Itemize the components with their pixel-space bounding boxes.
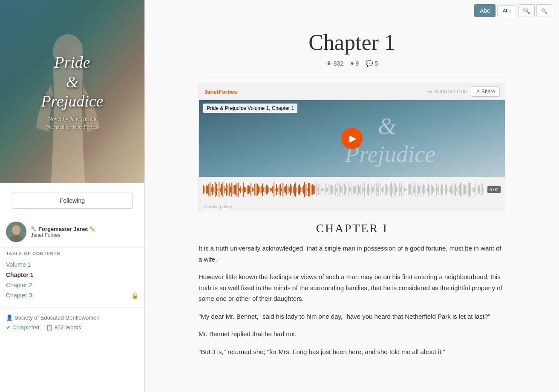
toolbar: Abc Abc 🔍 🔍 <box>145 0 559 21</box>
comments-stat: 💬 5 <box>366 60 378 67</box>
views-stat: 👁 832 <box>326 60 343 67</box>
following-button[interactable]: Following <box>12 193 133 209</box>
heart-icon: ♥ <box>350 60 354 67</box>
author-row: 🔧 Forgemaster Janet ✏️ Janet Forbes <box>0 218 144 247</box>
author-name-line: 🔧 Forgemaster Janet ✏️ <box>31 226 95 232</box>
svg-text:&: & <box>378 113 396 139</box>
author-username[interactable]: Forgemaster Janet <box>38 226 88 232</box>
comment-icon: 💬 <box>366 60 373 67</box>
main-content: Abc Abc 🔍 🔍 Chapter 1 👁 832 ♥ 9 💬 5 <box>145 0 559 392</box>
sc-waveform[interactable]: 6:02 <box>199 177 505 202</box>
eye-icon: 👁 <box>326 60 332 67</box>
search-plus-icon: 🔍 <box>523 7 530 14</box>
paragraph-1: It is a truth universally acknowledged, … <box>199 243 505 265</box>
section-heading: CHAPTER I <box>199 222 505 235</box>
search-minus-icon: 🔍 <box>541 8 547 14</box>
likes-stat: ♥ 9 <box>350 60 359 67</box>
zoom-out-button[interactable]: 🔍 <box>536 4 552 17</box>
sc-logo: ▪▪▪ SOUNDCLOUD <box>428 89 467 94</box>
chapter-stats: 👁 832 ♥ 9 💬 5 <box>199 60 505 74</box>
share-label: Share <box>481 89 495 95</box>
word-count: 📋 852 Words <box>46 324 81 331</box>
author-real-name: Janet Forbes <box>31 232 95 238</box>
toc-item-chapter1[interactable]: Chapter 1 <box>6 270 138 280</box>
font-size-large-button[interactable]: Abc <box>474 4 496 17</box>
lock-icon: 🔒 <box>131 292 138 299</box>
sc-header: JanetForbes ▪▪▪ SOUNDCLOUD ↗ Share <box>199 83 505 100</box>
waveform-bars <box>203 181 487 198</box>
group-name: Society of Educated Gentlewomen <box>14 314 99 321</box>
check-icon: ✔ <box>6 324 11 331</box>
toc-link-chapter1[interactable]: Chapter 1 <box>6 271 34 278</box>
font-size-small-button[interactable]: Abc <box>497 5 516 16</box>
toc-link-chapter3[interactable]: Chapter 3 <box>6 292 32 299</box>
meta-line: ✔ Completed 📋 852 Words <box>6 324 138 331</box>
book-title: Pride&Prejudice <box>41 53 103 111</box>
chapter-content: Chapter 1 👁 832 ♥ 9 💬 5 JanetForbes <box>186 21 518 381</box>
sc-share-button[interactable]: ↗ Share <box>471 86 500 97</box>
group-line: 👤 Society of Educated Gentlewomen <box>6 314 138 321</box>
book-author-line: Novel by Jane Austen <box>41 115 103 122</box>
sc-play-button[interactable]: ▶ <box>341 128 363 149</box>
group-icon: 👤 <box>6 314 13 321</box>
paragraph-2: However little known the feelings or vie… <box>199 271 505 304</box>
sidebar: Pride&Prejudice Novel by Jane Austen Nar… <box>0 0 145 392</box>
avatar <box>6 222 26 242</box>
toc-link-volume1[interactable]: Volume 1 <box>6 261 31 268</box>
toc-section: TABLE OF CONTENTS Volume 1 Chapter 1 Cha… <box>0 247 144 304</box>
soundcloud-embed: JanetForbes ▪▪▪ SOUNDCLOUD ↗ Share <box>199 83 505 211</box>
paragraph-5: "But it is," returned she; "for Mrs. Lon… <box>199 346 505 357</box>
share-icon: ↗ <box>475 89 480 95</box>
views-count: 832 <box>334 60 343 67</box>
zoom-in-button[interactable]: 🔍 <box>518 4 535 17</box>
book-narrator-line: Narrated by Janet Forbes <box>41 124 103 130</box>
svg-point-3 <box>12 225 20 235</box>
sc-image: & Prejudice ▶ Pride & Prejudice Volume 1… <box>199 100 505 177</box>
toc-link-chapter2[interactable]: Chapter 2 <box>6 282 32 288</box>
sc-duration: 6:02 <box>487 186 501 193</box>
sc-user-link[interactable]: JanetForbes <box>204 89 237 95</box>
word-count-value: 852 Words <box>55 324 81 331</box>
paragraph-4: Mr. Bennet replied that he had not. <box>199 329 505 340</box>
sc-footer: Cookie policy <box>199 202 505 211</box>
word-count-icon: 📋 <box>46 324 53 331</box>
wrench-icon: 🔧 <box>31 226 37 232</box>
sidebar-footer: 👤 Society of Educated Gentlewomen ✔ Comp… <box>0 307 144 335</box>
sc-track-title: Pride & Prejudice Volume 1, Chapter 1 <box>203 104 297 113</box>
chapter-title: Chapter 1 <box>199 30 505 55</box>
completed-label: Completed <box>12 324 39 331</box>
toc-heading: TABLE OF CONTENTS <box>6 251 138 256</box>
story-text: It is a truth universally acknowledged, … <box>199 243 505 357</box>
author-info: 🔧 Forgemaster Janet ✏️ Janet Forbes <box>31 226 95 238</box>
toc-item-chapter3[interactable]: Chapter 3 🔒 <box>6 290 138 300</box>
sc-header-left: JanetForbes <box>204 89 237 95</box>
comments-count: 5 <box>375 60 378 67</box>
completed-badge: ✔ Completed <box>6 324 39 331</box>
paragraph-3: "My dear Mr. Bennet," said his lady to h… <box>199 311 505 322</box>
toc-item-chapter2[interactable]: Chapter 2 <box>6 280 138 290</box>
toc-item-volume1[interactable]: Volume 1 <box>6 259 138 270</box>
play-icon: ▶ <box>349 133 357 144</box>
likes-count: 9 <box>356 60 359 67</box>
cookie-policy-link[interactable]: Cookie policy <box>204 204 232 209</box>
pencil-icon: ✏️ <box>89 226 95 232</box>
cover-image: Pride&Prejudice Novel by Jane Austen Nar… <box>0 0 144 183</box>
